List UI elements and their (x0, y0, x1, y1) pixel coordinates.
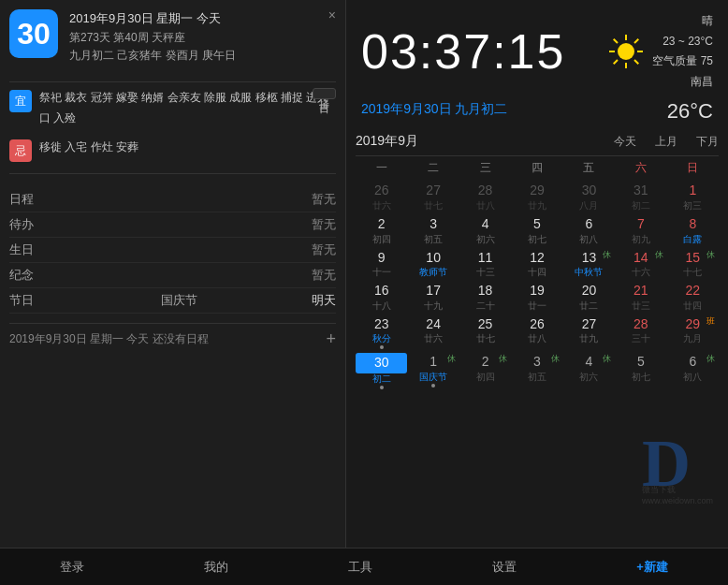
cal-day-10[interactable]: 10教师节 (407, 247, 459, 281)
schedule-label-日程: 日程 (9, 191, 47, 208)
schedule-label-节日: 节日 (9, 292, 47, 309)
nav-login-button[interactable]: 登录 (49, 555, 95, 579)
cal-day-17[interactable]: 17十九 (407, 280, 459, 314)
schedule-label-待办: 待办 (9, 216, 47, 233)
cal-day-6[interactable]: 6初八 (563, 213, 615, 247)
cal-day-prev-27[interactable]: 27廿七 (407, 180, 459, 213)
main-date-line1: 2019年9月30日 星期一 今天 (69, 9, 336, 29)
yi-section: 宜 祭祀 裁衣 冠笄 嫁娶 纳婿 会亲友 除服 成服 移柩 捕捉 进人口 入殓 … (9, 88, 336, 128)
svg-line-6 (634, 60, 638, 64)
divider-2 (9, 173, 336, 174)
schedule-section: 日程 暂无 待办 暂无 生日 暂无 纪念 暂无 节日 国庆节 明天 (9, 187, 336, 314)
cal-day-4[interactable]: 4初六 (459, 213, 511, 247)
cal-day-prev-28[interactable]: 28廿八 (459, 180, 511, 213)
add-schedule-button[interactable]: + (326, 329, 336, 349)
rest-badge-n2: 休 (499, 353, 507, 365)
cal-day-5[interactable]: 5初七 (511, 213, 562, 247)
cal-day-18[interactable]: 18二十 (459, 280, 511, 314)
weekday-mon: 一 (356, 156, 407, 180)
calendar-navigation[interactable]: 今天 上月 下月 (614, 134, 719, 150)
weather-range: 23 ~ 23°C (652, 32, 713, 52)
nav-today-button[interactable]: 今天 (614, 134, 636, 150)
cal-day-prev-30[interactable]: 30八月 (563, 180, 615, 213)
calendar-week-6: 30初二 1国庆节休 2初四休 3初五休 4初六休 5初七 6初八休 (356, 351, 719, 391)
cal-day-13[interactable]: 13中秋节休 (563, 247, 615, 281)
cal-day-next-3[interactable]: 3初五休 (511, 351, 562, 391)
date-header: 30 2019年9月30日 星期一 今天 第273天 第40周 天秤座 九月初二… (9, 9, 336, 65)
cal-day-next-2[interactable]: 2初四休 (459, 351, 511, 391)
calendar-week-4: 16十八 17十九 18二十 19廿一 20廿二 21廿三 22廿四 (356, 280, 719, 314)
schedule-item-节日: 节日 国庆节 明天 (9, 288, 336, 314)
calendar-weekdays: 一 二 三 四 五 六 日 (356, 156, 719, 180)
cal-day-prev-31[interactable]: 31初二 (615, 180, 666, 213)
schedule-label-纪念: 纪念 (9, 267, 47, 284)
cal-day-12[interactable]: 12十四 (511, 247, 562, 281)
sun-icon (607, 33, 645, 70)
date-info: 2019年9月30日 星期一 今天 第273天 第40周 天秤座 九月初二 己亥… (69, 9, 336, 65)
cal-day-27[interactable]: 27廿九 (563, 314, 615, 352)
cal-day-prev-26[interactable]: 26廿六 (356, 180, 407, 213)
cal-day-15[interactable]: 15十七休 (667, 247, 719, 281)
nav-next-month-button[interactable]: 下月 (696, 134, 719, 150)
cal-day-9[interactable]: 9十一 (356, 247, 407, 281)
choose-auspicious-day-button[interactable]: 择 吉 日 (313, 88, 336, 99)
nav-settings-button[interactable]: 设置 (481, 555, 528, 579)
cal-day-prev-29[interactable]: 29廿九 (511, 180, 562, 213)
weather-area: 晴 23 ~ 23°C 空气质量 75 南昌 (607, 11, 713, 92)
work-badge-29: 班 (706, 315, 715, 328)
cal-day-26[interactable]: 26廿八 (511, 314, 562, 352)
clock-area: 03:37:15 (346, 0, 728, 95)
cal-day-8[interactable]: 8白露 (667, 213, 719, 247)
rest-badge-n6: 休 (706, 353, 715, 365)
rest-badge-n4: 休 (603, 353, 611, 365)
calendar-week-1: 26廿六 27廿七 28廿八 29廿九 30八月 31初二 1初三 (356, 180, 719, 213)
weekday-fri: 五 (563, 156, 615, 180)
date-badge: 30 (9, 9, 58, 58)
yi-text: 祭祀 裁衣 冠笄 嫁娶 纳婿 会亲友 除服 成服 移柩 捕捉 进人口 入殓 (39, 88, 336, 128)
cal-day-next-6[interactable]: 6初八休 (667, 351, 719, 391)
schedule-item-日程: 日程 暂无 (9, 187, 336, 212)
cal-day-16[interactable]: 16十八 (356, 280, 407, 314)
ji-text: 移徙 入宅 作灶 安葬 (39, 138, 336, 158)
cal-day-20[interactable]: 20廿二 (563, 280, 615, 314)
cal-day-next-5[interactable]: 5初七 (615, 351, 666, 391)
cal-day-23[interactable]: 23秋分 (356, 314, 407, 352)
cal-day-30-today[interactable]: 30初二 (356, 351, 407, 391)
cal-day-3[interactable]: 3初五 (407, 213, 459, 247)
calendar-week-5: 23秋分 24廿六 25廿七 26廿八 27廿九 28三十 29九月班 (356, 314, 719, 352)
schedule-item-生日: 生日 暂无 (9, 238, 336, 263)
city: 南昌 (652, 72, 713, 93)
svg-point-0 (618, 43, 634, 60)
schedule-item-待办: 待办 暂无 (9, 212, 336, 238)
air-quality: 空气质量 75 (652, 51, 713, 72)
nav-new-button[interactable]: +新建 (625, 555, 679, 579)
cal-day-next-4[interactable]: 4初六休 (563, 351, 615, 391)
cal-day-25[interactable]: 25廿七 (459, 314, 511, 352)
cal-day-21[interactable]: 21廿三 (615, 280, 666, 314)
cal-day-11[interactable]: 11十三 (459, 247, 511, 281)
temperature-display: 26°C (667, 99, 713, 124)
weekday-wed: 三 (459, 156, 511, 180)
weekday-thu: 四 (511, 156, 562, 180)
yi-badge: 宜 (9, 90, 32, 112)
bottom-navigation: 登录 我的 工具 设置 +新建 (0, 548, 728, 585)
main-date-line3: 九月初二 己亥猪年 癸酉月 庚午日 (69, 47, 336, 65)
nav-prev-month-button[interactable]: 上月 (655, 134, 677, 150)
cal-day-28[interactable]: 28三十 (615, 314, 666, 352)
cal-day-next-1[interactable]: 1国庆节休 (407, 351, 459, 391)
divider-1 (9, 81, 336, 82)
schedule-value-待办: 暂无 (312, 216, 336, 233)
schedule-value-日程: 暂无 (312, 191, 336, 208)
cal-day-7[interactable]: 7初九 (615, 213, 666, 247)
cal-day-2[interactable]: 2初四 (356, 213, 407, 247)
close-button[interactable]: × (328, 7, 336, 22)
cal-day-14[interactable]: 14十六休 (615, 247, 666, 281)
cal-day-1[interactable]: 1初三 (667, 180, 719, 213)
cal-day-19[interactable]: 19廿一 (511, 280, 562, 314)
nav-mine-button[interactable]: 我的 (193, 555, 240, 579)
cal-day-24[interactable]: 24廿六 (407, 314, 459, 352)
weekday-tue: 二 (407, 156, 459, 180)
cal-day-22[interactable]: 22廿四 (667, 280, 719, 314)
nav-tools-button[interactable]: 工具 (337, 555, 384, 579)
cal-day-29[interactable]: 29九月班 (667, 314, 719, 352)
